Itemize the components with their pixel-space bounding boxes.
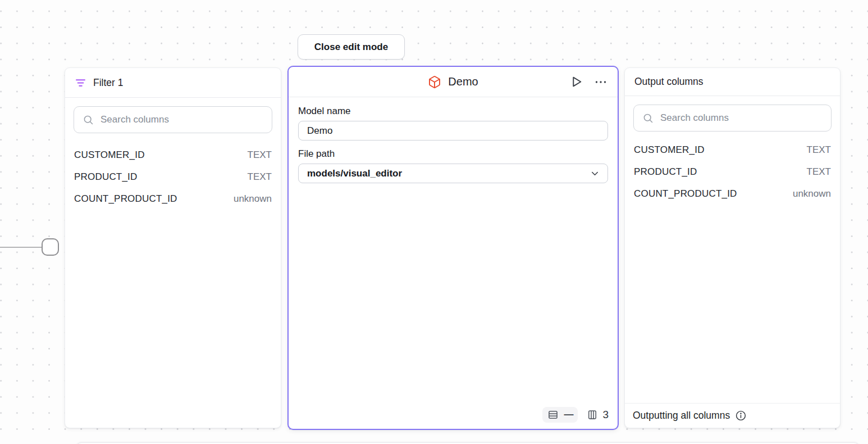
filter-search-input[interactable] bbox=[100, 114, 263, 125]
search-icon bbox=[642, 112, 654, 124]
column-row[interactable]: CUSTOMER_ID TEXT bbox=[74, 144, 272, 166]
chevron-down-icon bbox=[590, 168, 600, 179]
column-name: COUNT_PRODUCT_ID bbox=[634, 188, 737, 200]
filter-search bbox=[74, 106, 272, 133]
file-path-label: File path bbox=[298, 148, 608, 160]
column-type: unknown bbox=[234, 193, 272, 205]
output-footer-label: Outputting all columns bbox=[633, 410, 730, 422]
connection-edge bbox=[0, 247, 42, 248]
search-icon bbox=[83, 114, 94, 126]
editor-canvas[interactable]: Close edit mode Filter 1 bbox=[0, 0, 868, 444]
filter-node[interactable]: Filter 1 CUSTOMER_ID TEXT PRODUCT_ID bbox=[65, 67, 281, 428]
model-node-title: Demo bbox=[448, 75, 478, 88]
column-row[interactable]: COUNT_PRODUCT_ID unknown bbox=[74, 188, 272, 210]
column-row[interactable]: CUSTOMER_ID TEXT bbox=[634, 139, 831, 161]
table-rows-icon bbox=[547, 409, 559, 420]
model-name-label: Model name bbox=[298, 106, 608, 117]
row-count-toggle[interactable]: — bbox=[542, 407, 578, 423]
output-panel-header: Output columns bbox=[625, 68, 840, 96]
close-edit-mode-button[interactable]: Close edit mode bbox=[298, 34, 405, 60]
output-search bbox=[633, 105, 832, 132]
column-type: TEXT bbox=[248, 171, 272, 183]
filter-lines-icon bbox=[75, 77, 86, 89]
column-type: TEXT bbox=[248, 149, 272, 161]
column-type: TEXT bbox=[807, 144, 831, 156]
model-node[interactable]: Demo Mod bbox=[287, 66, 619, 430]
output-search-input[interactable] bbox=[660, 112, 823, 124]
column-count-value: 3 bbox=[602, 409, 609, 421]
play-icon bbox=[569, 75, 583, 89]
output-columns-panel[interactable]: Output columns CUSTOMER_ID TEXT PRODU bbox=[624, 67, 840, 428]
filter-node-title: Filter 1 bbox=[93, 77, 123, 89]
column-row[interactable]: PRODUCT_ID TEXT bbox=[74, 166, 272, 188]
row-count-value: — bbox=[564, 409, 573, 420]
more-options-button[interactable] bbox=[593, 74, 609, 90]
info-icon[interactable] bbox=[735, 410, 747, 422]
column-name: PRODUCT_ID bbox=[634, 166, 697, 178]
model-node-header[interactable]: Demo bbox=[289, 67, 618, 97]
file-path-value: models/visual_editor bbox=[307, 168, 402, 179]
filter-node-header[interactable]: Filter 1 bbox=[65, 68, 281, 98]
output-column-list: CUSTOMER_ID TEXT PRODUCT_ID TEXT COUNT_P… bbox=[633, 139, 832, 205]
filter-column-list: CUSTOMER_ID TEXT PRODUCT_ID TEXT COUNT_P… bbox=[74, 144, 272, 210]
column-type: unknown bbox=[793, 188, 831, 200]
file-path-select[interactable]: models/visual_editor bbox=[298, 164, 608, 183]
model-name-input[interactable] bbox=[298, 121, 608, 141]
model-cube-icon bbox=[428, 75, 441, 89]
column-name: PRODUCT_ID bbox=[74, 171, 138, 183]
column-count-stat[interactable]: 3 bbox=[587, 409, 609, 421]
output-panel-title: Output columns bbox=[634, 76, 703, 88]
column-name: CUSTOMER_ID bbox=[634, 144, 705, 156]
column-name: COUNT_PRODUCT_ID bbox=[74, 193, 177, 205]
run-model-button[interactable] bbox=[568, 74, 584, 90]
column-row[interactable]: PRODUCT_ID TEXT bbox=[634, 161, 831, 183]
ellipsis-icon bbox=[594, 75, 607, 89]
column-type: TEXT bbox=[807, 166, 831, 178]
table-columns-icon bbox=[587, 409, 598, 420]
connection-handle[interactable] bbox=[42, 238, 59, 256]
column-name: CUSTOMER_ID bbox=[74, 149, 145, 161]
column-row[interactable]: COUNT_PRODUCT_ID unknown bbox=[634, 183, 831, 205]
output-panel-footer: Outputting all columns bbox=[625, 403, 840, 428]
